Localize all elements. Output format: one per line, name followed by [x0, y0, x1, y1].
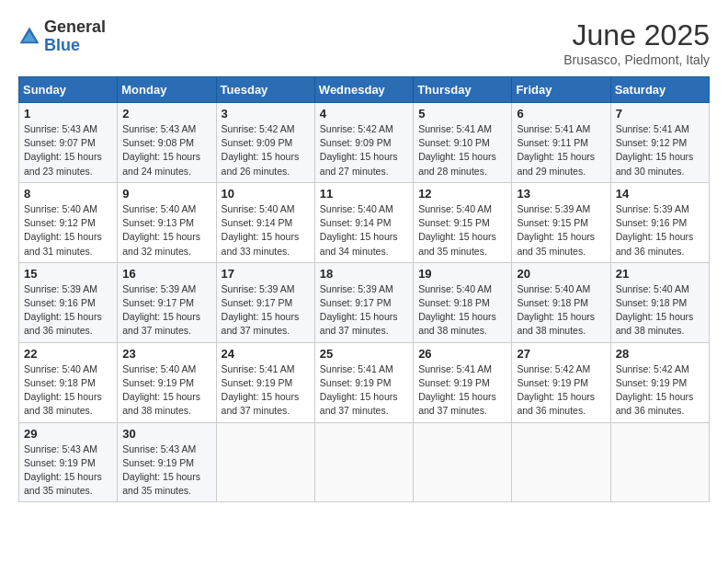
day-info: Sunrise: 5:40 AMSunset: 9:14 PMDaylight:…: [320, 202, 408, 259]
header-wednesday: Wednesday: [314, 77, 413, 103]
day-info: Sunrise: 5:42 AMSunset: 9:09 PMDaylight:…: [222, 122, 310, 178]
day-info: Sunrise: 5:41 AMSunset: 9:12 PMDaylight:…: [616, 122, 704, 178]
day-number: 7: [616, 107, 704, 121]
day-number: 25: [320, 347, 408, 361]
logo-blue-text: Blue: [44, 37, 106, 55]
calendar-subtitle: Brusasco, Piedmont, Italy: [563, 52, 710, 67]
day-info: Sunrise: 5:40 AMSunset: 9:13 PMDaylight:…: [122, 202, 210, 259]
calendar-cell: [414, 422, 512, 502]
day-info: Sunrise: 5:40 AMSunset: 9:18 PMDaylight:…: [616, 282, 704, 339]
day-number: 29: [24, 427, 112, 441]
day-number: 6: [517, 107, 605, 121]
day-number: 21: [616, 267, 704, 281]
calendar-header-row: SundayMondayTuesdayWednesdayThursdayFrid…: [19, 77, 710, 103]
day-number: 24: [222, 347, 310, 361]
day-number: 3: [222, 107, 310, 121]
calendar-cell: 25Sunrise: 5:41 AMSunset: 9:19 PMDayligh…: [314, 342, 413, 422]
day-info: Sunrise: 5:42 AMSunset: 9:19 PMDaylight:…: [616, 362, 704, 419]
day-info: Sunrise: 5:43 AMSunset: 9:08 PMDaylight:…: [122, 122, 210, 178]
day-info: Sunrise: 5:39 AMSunset: 9:17 PMDaylight:…: [320, 282, 408, 339]
day-number: 30: [122, 427, 210, 441]
calendar-cell: 2Sunrise: 5:43 AMSunset: 9:08 PMDaylight…: [118, 103, 216, 183]
calendar-cell: 27Sunrise: 5:42 AMSunset: 9:19 PMDayligh…: [512, 342, 610, 422]
calendar-cell: 3Sunrise: 5:42 AMSunset: 9:09 PMDaylight…: [216, 103, 314, 183]
calendar-cell: 12Sunrise: 5:40 AMSunset: 9:15 PMDayligh…: [414, 182, 512, 262]
day-number: 26: [418, 347, 506, 361]
logo-icon: [18, 26, 40, 48]
day-info: Sunrise: 5:39 AMSunset: 9:15 PMDaylight:…: [517, 202, 605, 259]
day-number: 11: [320, 187, 408, 201]
calendar-week-row: 1Sunrise: 5:43 AMSunset: 9:07 PMDaylight…: [19, 103, 710, 183]
day-number: 22: [24, 347, 112, 361]
day-info: Sunrise: 5:42 AMSunset: 9:09 PMDaylight:…: [320, 122, 408, 178]
day-number: 17: [222, 267, 310, 281]
day-info: Sunrise: 5:40 AMSunset: 9:18 PMDaylight:…: [24, 362, 112, 419]
calendar-cell: 1Sunrise: 5:43 AMSunset: 9:07 PMDaylight…: [19, 103, 118, 183]
day-info: Sunrise: 5:39 AMSunset: 9:17 PMDaylight:…: [222, 282, 310, 339]
day-info: Sunrise: 5:41 AMSunset: 9:19 PMDaylight:…: [418, 362, 506, 419]
day-info: Sunrise: 5:41 AMSunset: 9:19 PMDaylight:…: [222, 362, 310, 419]
day-info: Sunrise: 5:39 AMSunset: 9:17 PMDaylight:…: [122, 282, 210, 339]
header-saturday: Saturday: [610, 77, 709, 103]
calendar-cell: 13Sunrise: 5:39 AMSunset: 9:15 PMDayligh…: [512, 182, 610, 262]
calendar-week-row: 8Sunrise: 5:40 AMSunset: 9:12 PMDaylight…: [19, 182, 710, 262]
day-number: 28: [616, 347, 704, 361]
calendar-cell: 18Sunrise: 5:39 AMSunset: 9:17 PMDayligh…: [314, 262, 413, 342]
calendar-cell: 4Sunrise: 5:42 AMSunset: 9:09 PMDaylight…: [314, 103, 413, 183]
logo-general-text: General: [44, 18, 106, 37]
calendar-cell: 24Sunrise: 5:41 AMSunset: 9:19 PMDayligh…: [216, 342, 314, 422]
day-number: 18: [320, 267, 408, 281]
calendar-cell: 22Sunrise: 5:40 AMSunset: 9:18 PMDayligh…: [19, 342, 118, 422]
calendar-cell: 5Sunrise: 5:41 AMSunset: 9:10 PMDaylight…: [414, 103, 512, 183]
calendar-cell: 9Sunrise: 5:40 AMSunset: 9:13 PMDaylight…: [118, 182, 216, 262]
day-info: Sunrise: 5:43 AMSunset: 9:19 PMDaylight:…: [24, 442, 112, 499]
logo: General Blue: [18, 18, 106, 55]
day-number: 19: [418, 267, 506, 281]
calendar-cell: 6Sunrise: 5:41 AMSunset: 9:11 PMDaylight…: [512, 103, 610, 183]
day-info: Sunrise: 5:43 AMSunset: 9:07 PMDaylight:…: [24, 122, 112, 178]
day-info: Sunrise: 5:43 AMSunset: 9:19 PMDaylight:…: [122, 442, 210, 499]
calendar-cell: 28Sunrise: 5:42 AMSunset: 9:19 PMDayligh…: [610, 342, 709, 422]
calendar-week-row: 22Sunrise: 5:40 AMSunset: 9:18 PMDayligh…: [19, 342, 710, 422]
calendar-cell: [216, 422, 314, 502]
day-number: 10: [222, 187, 310, 201]
calendar-cell: 26Sunrise: 5:41 AMSunset: 9:19 PMDayligh…: [414, 342, 512, 422]
day-info: Sunrise: 5:42 AMSunset: 9:19 PMDaylight:…: [517, 362, 605, 419]
day-info: Sunrise: 5:39 AMSunset: 9:16 PMDaylight:…: [616, 202, 704, 259]
calendar-cell: 15Sunrise: 5:39 AMSunset: 9:16 PMDayligh…: [19, 262, 118, 342]
calendar-cell: 7Sunrise: 5:41 AMSunset: 9:12 PMDaylight…: [610, 103, 709, 183]
calendar-cell: 30Sunrise: 5:43 AMSunset: 9:19 PMDayligh…: [118, 422, 216, 502]
day-number: 2: [122, 107, 210, 121]
day-number: 12: [418, 187, 506, 201]
calendar-week-row: 15Sunrise: 5:39 AMSunset: 9:16 PMDayligh…: [19, 262, 710, 342]
day-info: Sunrise: 5:41 AMSunset: 9:11 PMDaylight:…: [517, 122, 605, 178]
header-thursday: Thursday: [414, 77, 512, 103]
day-number: 4: [320, 107, 408, 121]
day-number: 15: [24, 267, 112, 281]
calendar-cell: [314, 422, 413, 502]
logo-text: General Blue: [44, 18, 106, 55]
calendar-cell: [512, 422, 610, 502]
day-info: Sunrise: 5:41 AMSunset: 9:19 PMDaylight:…: [320, 362, 408, 419]
calendar-cell: 14Sunrise: 5:39 AMSunset: 9:16 PMDayligh…: [610, 182, 709, 262]
calendar-cell: 8Sunrise: 5:40 AMSunset: 9:12 PMDaylight…: [19, 182, 118, 262]
header-monday: Monday: [118, 77, 216, 103]
calendar-title: June 2025: [563, 18, 710, 52]
day-info: Sunrise: 5:40 AMSunset: 9:18 PMDaylight:…: [418, 282, 506, 339]
calendar-cell: 17Sunrise: 5:39 AMSunset: 9:17 PMDayligh…: [216, 262, 314, 342]
calendar-cell: [610, 422, 709, 502]
day-number: 20: [517, 267, 605, 281]
calendar-cell: 20Sunrise: 5:40 AMSunset: 9:18 PMDayligh…: [512, 262, 610, 342]
day-info: Sunrise: 5:39 AMSunset: 9:16 PMDaylight:…: [24, 282, 112, 339]
day-info: Sunrise: 5:40 AMSunset: 9:15 PMDaylight:…: [418, 202, 506, 259]
calendar-cell: 10Sunrise: 5:40 AMSunset: 9:14 PMDayligh…: [216, 182, 314, 262]
calendar-cell: 19Sunrise: 5:40 AMSunset: 9:18 PMDayligh…: [414, 262, 512, 342]
day-number: 14: [616, 187, 704, 201]
calendar-cell: 16Sunrise: 5:39 AMSunset: 9:17 PMDayligh…: [118, 262, 216, 342]
day-number: 27: [517, 347, 605, 361]
day-info: Sunrise: 5:40 AMSunset: 9:18 PMDaylight:…: [517, 282, 605, 339]
calendar-table: SundayMondayTuesdayWednesdayThursdayFrid…: [18, 76, 710, 502]
day-number: 9: [122, 187, 210, 201]
day-number: 8: [24, 187, 112, 201]
day-info: Sunrise: 5:41 AMSunset: 9:10 PMDaylight:…: [418, 122, 506, 178]
